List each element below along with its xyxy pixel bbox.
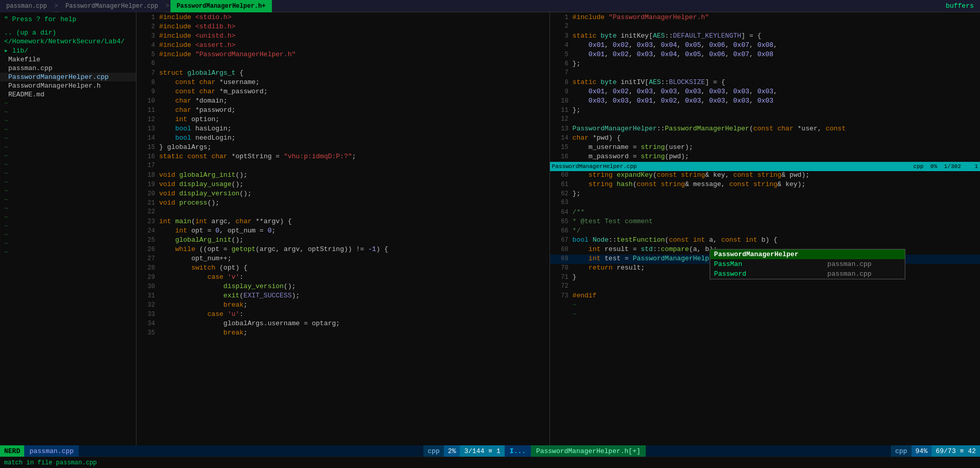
tab-passwordmanagerhelper-h[interactable]: PasswordManagerHelper.h+ [170,0,272,12]
tilde-12: ~ [0,195,136,204]
sidebar-item-lib[interactable]: ▸ lib/ [0,46,136,55]
autocomplete-name: PassMan [714,260,828,268]
tilde-14: ~ [0,213,136,222]
autocomplete-popup[interactable]: PasswordManagerHelper PassMan passman.cp… [710,249,905,279]
tilde-7: ~ [0,152,136,160]
code-line: 34 globalArgs.username = optarg; [136,320,549,329]
code-line: 5 0x01, 0x02, 0x03, 0x04, 0x05, 0x06, 0x… [550,51,980,60]
tilde-2: ~ [0,108,136,116]
code-line: 2 [550,23,980,32]
autocomplete-file: passman.cpp [828,270,872,278]
code-line: 25 globalArg_init(); [136,236,549,245]
code-line: 27 opt_num++; [136,255,549,264]
right-status-filename: PasswordManagerHelper.h[+] [531,445,646,457]
tilde-5: ~ [0,134,136,143]
code-line: 33 case 'u': [136,310,549,320]
sidebar-item-passwordmanagerhelper-h[interactable]: PasswordManagerHelper.h [0,81,136,90]
tab-bar: passman.cpp > PasswordManagerHelper.cpp … [0,0,980,12]
tilde-11: ~ [0,187,136,195]
code-line: 26 while ((opt = getopt(argc, argv, optS… [136,245,549,255]
tab-separator-1: > [53,2,59,10]
tab-passwordmanagerhelper-cpp[interactable]: PasswordManagerHelper.cpp [59,0,164,12]
code-line: 66 */ [550,227,980,236]
code-line: 11}; [550,106,980,115]
tilde-13: ~ [0,204,136,213]
left-code-pane[interactable]: 1#include <stdio.h> 2#include <stdlib.h>… [136,12,550,445]
main-container: " Press ? for help .. (up a dir) </Homew… [0,12,980,445]
code-line: 61 string hash(const string& message, co… [550,180,980,190]
right-status-percent: 94% [912,445,932,457]
code-line-tilde: ~ [550,310,980,320]
autocomplete-file: passman.cpp [828,260,872,268]
tab-passman-cpp[interactable]: passman.cpp [0,0,53,12]
code-line: 30 display_version(); [136,282,549,292]
code-line: 8 const char *username; [136,78,549,88]
sidebar-item-passwordmanagerhelper-cpp[interactable]: PasswordManagerHelper.cpp [0,73,136,81]
code-line: 28 switch (opt) { [136,264,549,273]
code-line: 12 int option; [136,115,549,125]
tilde-17: ~ [0,239,136,248]
autocomplete-name: Password [714,270,828,278]
code-line: 22 [136,208,549,218]
left-status-filetype: cpp [423,445,443,457]
sidebar-item-up-dir[interactable]: .. (up a dir) [0,28,136,37]
code-line: 10 0x03, 0x03, 0x01, 0x02, 0x03, 0x03, 0… [550,97,980,106]
autocomplete-item-password[interactable]: Password passman.cpp [710,269,905,279]
buffers-label[interactable]: buffers [939,1,980,11]
code-line: 4#include <assert.h> [136,41,549,51]
tilde-1: ~ [0,99,136,108]
code-line: 24 int opt = 0, opt_num = 0; [136,227,549,236]
code-line: 60 string expandKey(const string& key, c… [550,171,980,180]
message-bar: match in file passman.cpp [0,457,980,468]
left-status-percent: 2% [444,445,460,457]
autocomplete-item-passman[interactable]: PassMan passman.cpp [710,259,905,269]
bottom-bars: NERD passman.cpp cpp 2% 3/144 ≡ 1 I... [0,445,980,468]
code-line: 12 [550,115,980,125]
code-line: 1#include <stdio.h> [136,13,549,23]
code-line-tilde: ~ [550,301,980,310]
code-line: 1#include "PasswordManagerHelper.h" [550,13,980,23]
sidebar-item-passman-cpp[interactable]: passman.cpp [0,64,136,73]
code-line: 20void display_version(); [136,190,549,199]
code-line: 15} globalArgs; [136,143,549,153]
status-bar-row: NERD passman.cpp cpp 2% 3/144 ≡ 1 I... [0,445,980,457]
code-line: 15 m_username = string(user); [550,143,980,153]
autocomplete-item-passwordmanagerhelper[interactable]: PasswordManagerHelper [710,249,905,259]
sidebar-item-readme-md[interactable]: README.md [0,90,136,99]
tilde-10: ~ [0,178,136,187]
code-line: 31 exit(EXIT_SUCCESS); [136,292,549,301]
tab-separator-2: > [164,2,170,10]
code-panes: 1#include <stdio.h> 2#include <stdlib.h>… [136,12,980,445]
sidebar-item-lab4[interactable]: </Homework/NetworkSecure/Lab4/ [0,37,136,46]
code-line: 3static byte initKey[AES::DEFAULT_KEYLEN… [550,32,980,41]
code-line: 13 bool hasLogin; [136,125,549,134]
tilde-3: ~ [0,116,136,125]
right-status-bar: I... PasswordManagerHelper.h[+] cpp 94% … [505,445,980,457]
code-line: 35 break; [136,329,549,338]
code-line: 5#include "PasswordManagerHelper.h" [136,51,549,60]
left-status-mid [79,445,423,457]
right-status-filetype: cpp [891,445,911,457]
code-line: 10 char *domain; [136,97,549,106]
code-line: 7 [550,69,980,78]
code-line: 2#include <stdlib.h> [136,23,549,32]
code-line: 11 char *password; [136,106,549,115]
sidebar-item-makefile[interactable]: Makefile [0,55,136,64]
code-line: 73#endif [550,292,980,301]
code-line: 23int main(int argc, char **argv) { [136,218,549,227]
sidebar: " Press ? for help .. (up a dir) </Homew… [0,12,136,445]
code-line: 3#include <unistd.h> [136,32,549,41]
code-line: 4 0x01, 0x02, 0x03, 0x04, 0x05, 0x06, 0x… [550,41,980,51]
code-line: 9 const char *m_password; [136,88,549,97]
right-status-mid [646,445,891,457]
code-line: 16static const char *optString = "vhu:p:… [136,153,549,162]
right-code-pane[interactable]: 1#include "PasswordManagerHelper.h" 2 3s… [550,12,980,445]
code-line: 14char *pwd) { [550,134,980,143]
code-line: 62}; [550,190,980,199]
code-line: 67bool Node::testFunction(const int a, c… [550,236,980,245]
code-line: 13PasswordManagerHelper::PasswordManager… [550,125,980,134]
autocomplete-name: PasswordManagerHelper [714,250,828,258]
code-line: 21void process(); [136,199,549,208]
embedded-status-line: PasswordManagerHelper.cpp cpp 0% 1/302 1 [550,162,980,171]
tilde-18: ~ [0,248,136,257]
